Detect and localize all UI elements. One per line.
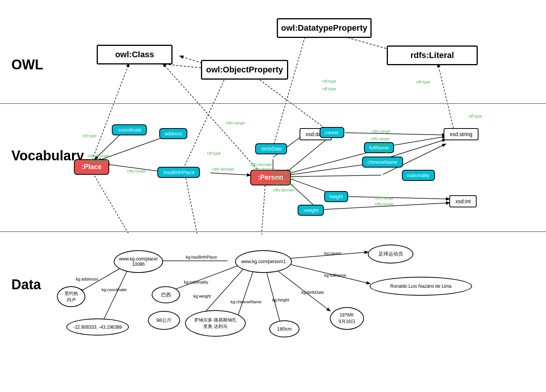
- svg-line-23: [210, 173, 250, 175]
- edge-label-kg-has-birth-place: kg:hasBirthPlace: [186, 255, 217, 259]
- edge-label-rdfs-domain-bd: rdfs:domain: [250, 162, 272, 167]
- edge-label-rdfs-domain-coord: rdfs:domain: [88, 154, 110, 158]
- owl-datatype-property-node: owl:DatatypeProperty: [277, 18, 372, 38]
- birth-date-node: :birthDate: [255, 143, 287, 154]
- svg-line-36: [102, 267, 129, 322]
- height-value-node: 180cm: [269, 320, 300, 337]
- xsd-int-node: xsd:int: [449, 195, 477, 207]
- nationality-node: nationality: [402, 170, 435, 181]
- edge-label-rdfs-range-fn: rdfs:range: [371, 136, 390, 141]
- edge-label-kg-chinese-name: kg:chineseName: [231, 299, 262, 304]
- edge-label-rdfs-domain6: rdfs:domain: [273, 188, 295, 192]
- edge-label-rdfs-domain-addr: rdfs:domain: [88, 158, 110, 163]
- svg-line-14: [341, 196, 449, 199]
- edge-label-rdf-type-str: rdf:type: [416, 80, 430, 84]
- coordinates-node: -22.908333, -43.196389: [66, 318, 129, 336]
- edge-label-rdfs-range-hbp: rdfs:range: [127, 169, 146, 173]
- svg-line-7: [250, 73, 330, 132]
- svg-line-33: [201, 268, 245, 317]
- edge-label-rdf-type-hbp: rdf:type: [207, 151, 221, 155]
- full-name-value-node: Ronaldo Luís Nazário de Lima: [370, 277, 472, 296]
- svg-line-37: [91, 170, 129, 234]
- place-uri-node: www.kg.com/place/ 10086: [114, 250, 163, 273]
- edge-label-rdfs-domain3: rdfs:domain: [273, 171, 295, 175]
- svg-line-17: [286, 136, 330, 172]
- rio-node: 里约热 内卢: [57, 286, 85, 307]
- edge-label-kg-coordinate: kg:coordinate: [102, 287, 127, 292]
- address-node: address: [159, 128, 187, 139]
- svg-line-3: [91, 64, 129, 163]
- edge-label-kg-full-name: kg:fullName: [324, 273, 346, 278]
- edge-label-kg-height: kg:height: [272, 298, 289, 302]
- svg-line-20: [287, 175, 381, 177]
- owl-section-label: OWL: [11, 57, 43, 73]
- divider-owl-vocab: [0, 103, 546, 104]
- edge-label-rdfs-range-ht: rdfs:range: [375, 196, 394, 200]
- birth-date-value-node: 1976年 9月18日: [330, 307, 364, 330]
- rdfs-literal-node: rdfs:Literal: [387, 45, 478, 65]
- edge-label-kg-weight: kg:weight: [193, 294, 211, 298]
- edge-label-kg-nationality: kg:nationality: [184, 280, 208, 284]
- edge-label-rdfs-domain4: rdfs:domain: [273, 176, 295, 181]
- divider-vocab-data: [0, 231, 546, 232]
- svg-line-39: [186, 178, 197, 234]
- edge-label-kg-birth-date: kg:birthDate: [301, 290, 324, 295]
- weight-node: :weight: [298, 205, 324, 216]
- svg-line-38: [262, 182, 265, 234]
- vocabulary-section-label: Vocabulary: [11, 148, 84, 164]
- xsd-string-node: xsd:string: [444, 128, 479, 140]
- weight-value-node: 98公斤: [148, 311, 180, 330]
- svg-line-4: [163, 64, 262, 174]
- chinese-name-node: chineseName: [362, 157, 403, 168]
- edge-label-rdfs-range-career: rdfs:range: [372, 129, 391, 133]
- has-birth-place-node: :hasBirthPlace: [157, 167, 200, 178]
- edge-label-rdf-type-str2: rdf:type: [468, 114, 482, 118]
- edge-label-kg-addresss: kg:addresss: [76, 277, 98, 281]
- owl-class-node: owl:Class: [97, 45, 173, 64]
- edge-label-rdfs-range-bd: rdfs:range: [226, 121, 245, 125]
- career-node: career: [320, 127, 344, 138]
- svg-line-12: [345, 133, 446, 135]
- edge-label-rdf-type-dt: rdf:type: [322, 79, 336, 83]
- edge-label-rdfs-domain5: rdfs:domain: [273, 182, 295, 187]
- person-uri-node: www.kg.com/person/1: [235, 250, 292, 273]
- edge-label-rdf-type-dt2: rdf:type: [322, 86, 336, 91]
- career-value-node: 足球运动员: [368, 245, 413, 263]
- edge-label-kg-career: kg:career: [324, 251, 342, 256]
- coordinate-node: :coordinate: [112, 124, 147, 135]
- edge-label-rdfs-domain-hbp: rdfs:domain: [212, 167, 234, 171]
- owl-object-property-node: owl:ObjectProperty: [201, 60, 288, 80]
- height-node: height: [324, 191, 348, 202]
- nationality-value-node: 巴西: [152, 286, 180, 303]
- data-section-label: Data: [11, 277, 41, 293]
- svg-line-30: [273, 267, 330, 311]
- edge-label-rdfs-range-cn: rdfs:range: [371, 142, 390, 147]
- edge-label-rdfs-domain2: rdfs:domain: [253, 167, 275, 171]
- edge-label-rdfs-range-nat: rdfs:range: [371, 149, 390, 153]
- chinese-name-value-node: 罗纳尔多·路易斯纳扎 里奥·达利马: [185, 310, 246, 337]
- svg-line-31: [265, 268, 281, 324]
- svg-line-6: [182, 73, 228, 172]
- svg-line-8: [438, 64, 455, 135]
- edge-label-rdfs-range-wt: rdfs:range: [375, 202, 394, 206]
- edge-label-rdf-type-place: rdf:type: [83, 133, 97, 138]
